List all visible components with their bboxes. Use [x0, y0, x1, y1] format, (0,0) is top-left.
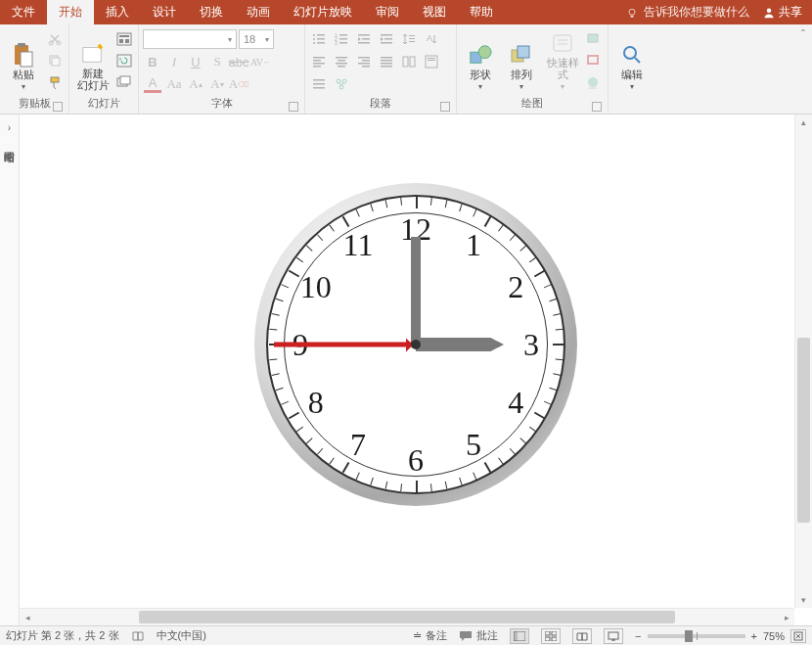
- vscroll-thumb[interactable]: [797, 338, 810, 523]
- new-slide-button[interactable]: 新建 幻灯片: [73, 26, 113, 91]
- cut-button[interactable]: [45, 30, 65, 48]
- scroll-down-button[interactable]: ▾: [795, 592, 812, 608]
- shape-fill-button[interactable]: [584, 30, 604, 48]
- notes-button[interactable]: ≐备注: [413, 628, 447, 643]
- editing-button[interactable]: 编辑 ▾: [612, 26, 652, 91]
- clock-number: 2: [508, 269, 523, 305]
- shadow-button[interactable]: S: [207, 52, 227, 71]
- tab-view[interactable]: 视图: [411, 0, 458, 24]
- align-text-button[interactable]: [422, 52, 441, 71]
- normal-view-button[interactable]: [510, 628, 529, 644]
- bullets-button[interactable]: [309, 29, 329, 49]
- clock-shape[interactable]: 121234567891011: [254, 183, 577, 506]
- shape-effects-button[interactable]: [584, 73, 604, 91]
- tab-insert[interactable]: 插入: [94, 0, 141, 24]
- svg-point-20: [313, 38, 315, 40]
- zoom-slider[interactable]: [648, 634, 745, 638]
- decrease-indent-button[interactable]: [354, 29, 374, 49]
- clear-format-button[interactable]: A⌫: [229, 74, 248, 94]
- spellcheck-status[interactable]: [131, 630, 145, 642]
- text-direction-button[interactable]: A: [422, 29, 441, 49]
- reset-button[interactable]: [114, 52, 134, 69]
- slide-canvas[interactable]: 121234567891011 ▴ ▾ ◂ ▸: [20, 115, 812, 625]
- change-case-button[interactable]: Aa: [164, 74, 184, 94]
- svg-rect-36: [409, 35, 415, 36]
- strike-button[interactable]: abc: [229, 52, 248, 71]
- svg-rect-9: [51, 77, 59, 82]
- numbering-button[interactable]: 123: [332, 29, 351, 49]
- align-center-button[interactable]: [332, 52, 351, 71]
- clock-number: 11: [343, 226, 374, 262]
- align-left-button[interactable]: [309, 52, 329, 71]
- line-spacing-button[interactable]: [399, 29, 419, 49]
- tab-help[interactable]: 帮助: [458, 0, 505, 24]
- arrange-button[interactable]: 排列 ▾: [502, 26, 541, 91]
- italic-button[interactable]: I: [164, 52, 184, 71]
- fit-to-window-button[interactable]: [790, 629, 806, 643]
- drawing-launcher[interactable]: [592, 102, 602, 112]
- book-icon: [131, 630, 145, 642]
- smartart-button[interactable]: [332, 74, 351, 94]
- scroll-up-button[interactable]: ▴: [795, 115, 812, 130]
- language-status[interactable]: 中文(中国): [157, 628, 206, 643]
- hscroll-thumb[interactable]: [139, 611, 674, 623]
- scroll-left-button[interactable]: ◂: [20, 609, 35, 625]
- zoom-level[interactable]: 75%: [763, 630, 785, 642]
- tab-review[interactable]: 审阅: [364, 0, 411, 24]
- grow-font-button[interactable]: A▴: [186, 74, 205, 94]
- spacing-button[interactable]: AV↔: [250, 52, 270, 71]
- tab-slideshow[interactable]: 幻灯片放映: [282, 0, 364, 24]
- shapes-button[interactable]: 形状 ▾: [461, 26, 500, 91]
- bold-button[interactable]: B: [143, 52, 162, 71]
- align-right-button[interactable]: [354, 52, 374, 71]
- distribute-button[interactable]: [309, 74, 329, 94]
- shape-outline-button[interactable]: [584, 52, 604, 69]
- comments-button[interactable]: 批注: [459, 628, 498, 643]
- svg-rect-45: [338, 60, 345, 62]
- expand-pane-button[interactable]: ›: [8, 122, 11, 133]
- format-painter-button[interactable]: [45, 73, 65, 91]
- paragraph-launcher[interactable]: [440, 102, 450, 112]
- zoom-in-button[interactable]: +: [751, 630, 757, 642]
- sorter-view-button[interactable]: [541, 628, 561, 644]
- horizontal-scrollbar[interactable]: ◂ ▸: [20, 608, 794, 625]
- increase-indent-button[interactable]: [377, 29, 396, 49]
- paste-icon: [12, 43, 35, 67]
- tab-design[interactable]: 设计: [141, 0, 188, 24]
- copy-button[interactable]: [45, 52, 65, 69]
- find-icon: [620, 43, 644, 67]
- tab-home[interactable]: 开始: [47, 0, 94, 24]
- share-button[interactable]: 共享: [763, 4, 802, 21]
- clipboard-launcher[interactable]: [53, 102, 63, 112]
- lightbulb-icon: [626, 7, 638, 19]
- justify-button[interactable]: [377, 52, 396, 71]
- quick-styles-button[interactable]: 快速样式 ▾: [543, 26, 582, 91]
- vertical-scrollbar[interactable]: ▴ ▾: [794, 115, 812, 608]
- font-color-button[interactable]: A: [143, 74, 162, 94]
- font-name-combo[interactable]: ▾: [143, 29, 237, 49]
- tab-file[interactable]: 文件: [0, 0, 47, 24]
- slideshow-view-button[interactable]: [604, 628, 623, 644]
- shrink-font-button[interactable]: A▾: [207, 74, 227, 94]
- collapse-ribbon-button[interactable]: ˆ: [794, 24, 812, 114]
- svg-rect-42: [313, 63, 325, 65]
- person-icon: [763, 7, 775, 19]
- clock-number: 8: [308, 385, 324, 421]
- zoom-out-button[interactable]: −: [635, 630, 641, 642]
- scroll-right-button[interactable]: ▸: [779, 609, 794, 625]
- tab-animation[interactable]: 动画: [235, 0, 282, 24]
- section-button[interactable]: [114, 73, 134, 91]
- paste-button[interactable]: 粘贴 ▾: [4, 26, 43, 91]
- underline-button[interactable]: U: [186, 52, 205, 71]
- layout-button[interactable]: [114, 30, 134, 48]
- tab-transition[interactable]: 切换: [188, 0, 235, 24]
- clock-number: 4: [508, 385, 523, 421]
- font-size-combo[interactable]: 18▾: [239, 29, 274, 49]
- reading-view-button[interactable]: [572, 628, 592, 644]
- columns-button[interactable]: [399, 52, 419, 71]
- zoom-thumb[interactable]: [685, 630, 693, 642]
- font-launcher[interactable]: [289, 102, 298, 112]
- tell-me-search[interactable]: 告诉我你想要做什么: [626, 4, 749, 21]
- svg-point-65: [342, 79, 346, 83]
- slide-counter[interactable]: 幻灯片 第 2 张，共 2 张: [6, 628, 119, 643]
